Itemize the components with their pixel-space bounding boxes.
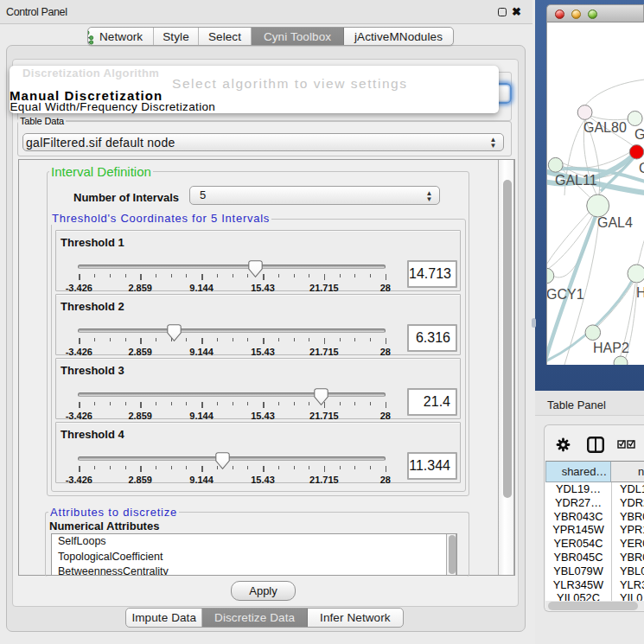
svg-text:H: H bbox=[636, 285, 644, 300]
svg-text:C: C bbox=[639, 161, 644, 175]
svg-text:GAL80: GAL80 bbox=[583, 120, 627, 135]
svg-text:GAL4: GAL4 bbox=[597, 215, 633, 230]
svg-text:GCY1: GCY1 bbox=[547, 287, 584, 302]
svg-text:HAP2: HAP2 bbox=[593, 341, 629, 355]
svg-text:GA: GA bbox=[634, 127, 644, 142]
svg-text:GAL11: GAL11 bbox=[555, 173, 597, 188]
